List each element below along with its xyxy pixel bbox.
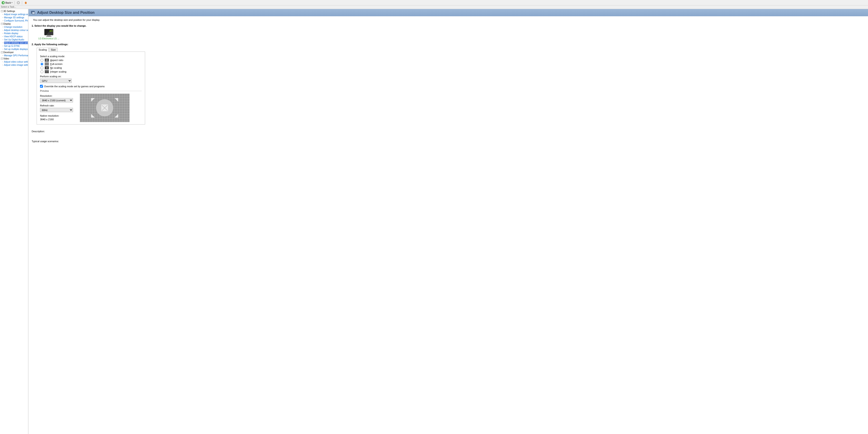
home-button[interactable]	[24, 1, 28, 4]
tree-item-hdcp-status[interactable]: View HDCP status	[0, 35, 28, 38]
scaling-mode-label: Select a scaling mode:	[40, 55, 142, 58]
svg-rect-1	[32, 12, 35, 14]
radio-noscaling-input[interactable]	[40, 66, 43, 69]
monitor-resize-icon	[31, 10, 35, 15]
toolbar-separator	[22, 1, 22, 4]
perform-scaling-label: Perform scaling on:	[40, 75, 142, 78]
task-search-placeholder: Select a Task...	[1, 6, 16, 8]
tree-item-gpu-perf-counters[interactable]: Manage GPU Performance Counters	[0, 54, 28, 57]
tree-item-video-colour[interactable]: Adjust video colour settings	[0, 60, 28, 63]
back-label: Back	[5, 1, 11, 4]
preview-label: Preview	[40, 90, 49, 92]
radio-fullscreen[interactable]: Full-screen	[40, 62, 142, 66]
radio-aspect-input[interactable]	[40, 59, 43, 62]
step2-title: 2. Apply the following settings:	[32, 43, 865, 46]
tree-item-desktop-colour[interactable]: Adjust desktop colour settings	[0, 29, 28, 32]
step1-title: 1. Select the display you would like to …	[32, 24, 865, 27]
preview-grid	[80, 94, 129, 122]
home-icon	[24, 1, 27, 4]
tree-item-desktop-size-position[interactable]: Adjust desktop size and position	[0, 41, 28, 44]
integer-scaling-icon	[45, 70, 49, 73]
page-header: Adjust Desktop Size and Position	[29, 9, 868, 16]
tree-item-digital-audio[interactable]: Set Up Digital Audio	[0, 38, 28, 41]
tree-item-rotate-display[interactable]: Rotate display	[0, 32, 28, 35]
radio-aspect-label: Aspect ratio	[50, 59, 63, 61]
tree-item-manage-3d[interactable]: Manage 3D settings	[0, 16, 28, 19]
radio-integer-scaling[interactable]: Integer scaling	[40, 70, 142, 73]
radio-integer-label: Integer scaling	[50, 70, 66, 73]
display-name: LG Electronics LG ...	[38, 37, 59, 40]
page-title: Adjust Desktop Size and Position	[37, 11, 94, 15]
toolbar: Back ▾	[0, 0, 868, 5]
radio-integer-input[interactable]	[40, 70, 43, 73]
usage-label: Typical usage scenarios:	[29, 133, 868, 143]
refresh-label: Refresh rate:	[40, 104, 74, 107]
back-button[interactable]: Back ▾	[1, 1, 13, 4]
override-checkbox[interactable]	[40, 85, 43, 88]
tab-scaling[interactable]: Scaling	[37, 48, 49, 52]
no-scaling-icon	[45, 66, 49, 69]
tree-cat-developer[interactable]: − Developer	[0, 51, 28, 54]
resolution-label: Resolution:	[40, 94, 74, 97]
collapse-icon[interactable]: −	[1, 23, 3, 25]
tree-cat-video[interactable]: − Video	[0, 57, 28, 60]
resolution-select[interactable]: 3840 x 2160 (current)	[40, 98, 73, 102]
radio-fullscreen-input[interactable]	[40, 63, 43, 66]
task-search[interactable]: Select a Task...	[0, 5, 868, 9]
override-checkbox-row[interactable]: Override the scaling mode set by games a…	[40, 85, 142, 88]
toolbar-separator	[14, 1, 15, 4]
preview-corner-bl	[91, 114, 95, 118]
tree-item-gsync[interactable]: Set up G-SYNC	[0, 44, 28, 48]
override-label: Override the scaling mode set by games a…	[44, 85, 105, 88]
preview-corner-tr	[115, 98, 118, 102]
radio-fullscreen-label: Full-screen	[50, 63, 62, 65]
refresh-select[interactable]: 60Hz	[40, 108, 73, 112]
radio-no-scaling[interactable]: No scaling	[40, 66, 142, 69]
aspect-ratio-icon	[45, 59, 49, 62]
collapse-icon[interactable]: −	[1, 10, 3, 12]
sidebar-tree: − 3D Settings Adjust image settings with…	[0, 9, 29, 434]
fullscreen-icon	[45, 62, 49, 66]
preview-corner-br	[115, 114, 118, 118]
back-icon	[2, 1, 5, 4]
tree-item-adjust-image-preview[interactable]: Adjust image settings with preview	[0, 13, 28, 16]
tree-item-multiple-displays[interactable]: Set up multiple displays	[0, 48, 28, 51]
preview-corner-tl	[91, 98, 95, 102]
scaling-panel: Select a scaling mode: Aspect ratio Full…	[37, 52, 145, 125]
forward-button[interactable]	[16, 1, 21, 4]
settings-tabs: Scaling Size	[37, 48, 865, 52]
collapse-icon[interactable]: −	[1, 58, 3, 60]
perform-scaling-select[interactable]: GPU	[40, 79, 72, 83]
radio-noscaling-label: No scaling	[50, 66, 62, 69]
collapse-icon[interactable]: −	[1, 51, 3, 53]
monitor-icon	[44, 29, 53, 35]
tree-cat-3d[interactable]: − 3D Settings	[0, 9, 28, 13]
intro-text: You can adjust the desktop size and posi…	[29, 16, 868, 22]
native-res-label: Native resolution:	[40, 114, 74, 117]
content-area: Adjust Desktop Size and Position You can…	[29, 9, 868, 434]
tree-item-video-image[interactable]: Adjust video image settings	[0, 63, 28, 66]
native-res-value: 3840 x 2160	[40, 118, 74, 121]
display-selector[interactable]: LG Electronics LG ...	[38, 29, 59, 40]
tree-cat-display[interactable]: − Display	[0, 22, 28, 25]
preview-x	[101, 104, 108, 111]
forward-icon	[17, 1, 20, 4]
monitor-base	[46, 36, 52, 37]
back-dropdown-icon[interactable]: ▾	[11, 2, 12, 4]
tree-item-change-resolution[interactable]: Change resolution	[0, 25, 28, 29]
tab-size[interactable]: Size	[49, 48, 58, 52]
description-label: Description:	[29, 127, 868, 133]
radio-aspect-ratio[interactable]: Aspect ratio	[40, 59, 142, 62]
tree-item-surround-physx[interactable]: Configure Surround, PhysX	[0, 19, 28, 22]
